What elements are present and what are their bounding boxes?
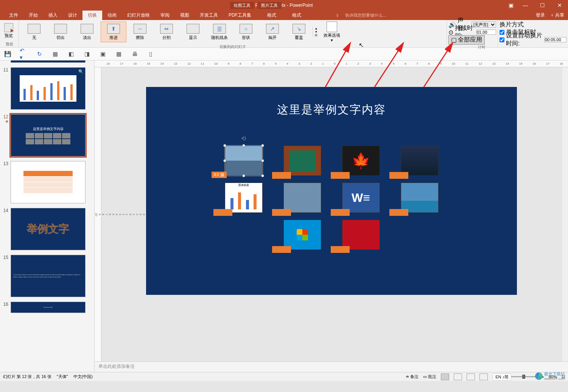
- zoom-icon: 🔍: [78, 69, 84, 74]
- thumbnail-13[interactable]: 13: [0, 160, 94, 204]
- ime-indicator[interactable]: EN ♪简: [493, 373, 511, 381]
- qat-icon-5[interactable]: ▦: [115, 50, 123, 58]
- slide-image-7[interactable]: W≡: [342, 183, 380, 213]
- menu-slideshow[interactable]: 幻灯片放映: [122, 11, 155, 20]
- qat-icon-print[interactable]: 🖶: [131, 50, 138, 58]
- menu-transitions[interactable]: 切换: [82, 11, 102, 20]
- transition-shape[interactable]: ○形状: [233, 22, 259, 42]
- menu-file[interactable]: 文件: [4, 11, 23, 20]
- effect-options-icon: [327, 22, 337, 32]
- thumbnail-15[interactable]: 15 Lorem ipsum dolor sit amet consectetu…: [0, 254, 94, 298]
- notes-pane[interactable]: 单击此处添加备注: [95, 361, 568, 372]
- slideshow-view-button[interactable]: [479, 373, 488, 380]
- auto-after-label: 设置自动换片时间:: [506, 32, 543, 48]
- preview-button[interactable]: 预览: [2, 23, 16, 39]
- slide-image-10[interactable]: [342, 220, 380, 250]
- menu-animations[interactable]: 动画: [102, 11, 122, 20]
- slide-image-9[interactable]: [283, 220, 321, 250]
- watermark-logo-icon: [535, 372, 543, 380]
- image-caption[interactable]: XX 摄: [212, 172, 227, 178]
- tell-me-search[interactable]: 告诉我您想要做什么...: [345, 12, 386, 18]
- transition-random-bars[interactable]: |||随机线条: [207, 22, 232, 42]
- contextual-tab-drawing[interactable]: 绘图工具: [230, 2, 254, 9]
- undo-button[interactable]: ↶ ▾: [20, 50, 27, 58]
- advance-label: 换片方式: [500, 21, 524, 28]
- language-indicator[interactable]: 中文(中国): [73, 374, 93, 380]
- transitions-gallery: 无 切出 淡出 ⬆推进 ↔擦除 ⇔分割 显示 |||随机线条 ○形状 ↗揭开 ↘…: [20, 21, 313, 43]
- slide-edit-area: 1817161514131211109876543210123456789101…: [95, 60, 568, 372]
- menu-format-picture[interactable]: 格式: [287, 11, 307, 20]
- slide-image-1-selected[interactable]: ⟲ XX 摄: [225, 146, 263, 176]
- gallery-more: ▲ ▼ ⊟: [313, 27, 319, 37]
- transition-reveal[interactable]: 显示: [180, 22, 206, 42]
- slide-thumbnails-panel[interactable]: 11 🔍 12✱ 这里是举例文字内容 13: [0, 60, 95, 372]
- notes-toggle[interactable]: ≐ 备注: [406, 374, 419, 380]
- minimize-button[interactable]: —: [517, 0, 534, 11]
- rotate-handle-icon[interactable]: ⟲: [241, 135, 246, 142]
- transition-push[interactable]: ⬆推进: [101, 22, 126, 42]
- qat-icon-4[interactable]: ▣: [99, 50, 107, 58]
- normal-view-button[interactable]: [441, 373, 449, 380]
- transition-none[interactable]: 无: [21, 22, 47, 42]
- menu-design[interactable]: 设计: [63, 11, 82, 20]
- gallery-up[interactable]: ▲: [313, 27, 319, 30]
- slide-image-6[interactable]: [283, 183, 321, 213]
- auto-after-checkbox[interactable]: [500, 37, 504, 42]
- thumbnail-14[interactable]: 14 举例文字: [0, 207, 94, 251]
- qat-icon-7[interactable]: ▯: [147, 50, 154, 58]
- redo-button[interactable]: ↻: [36, 50, 43, 58]
- reading-view-button[interactable]: [467, 373, 475, 380]
- menu-review[interactable]: 审阅: [155, 11, 175, 20]
- sound-select[interactable]: [无声音]: [472, 22, 496, 28]
- apply-to-all-button[interactable]: ▢ 全部应用: [448, 35, 485, 45]
- transition-cover[interactable]: ↘覆盖: [286, 22, 312, 42]
- menu-insert[interactable]: 插入: [43, 11, 63, 20]
- gallery-expand[interactable]: ⊟: [313, 34, 319, 37]
- slide-canvas[interactable]: 这里是举例文字内容 ⟲ XX 摄: [101, 67, 562, 361]
- save-button[interactable]: 💾: [4, 50, 11, 58]
- slide-image-2[interactable]: [283, 146, 321, 176]
- slide-image-8[interactable]: [401, 183, 439, 213]
- thumbnail-11[interactable]: 11 🔍: [0, 67, 94, 110]
- slide-image-4[interactable]: [401, 146, 439, 176]
- qat-icon-2[interactable]: ◧: [67, 50, 75, 58]
- slide-title[interactable]: 这里是举例文字内容: [146, 87, 517, 118]
- transition-cut[interactable]: 切出: [48, 22, 73, 42]
- slide-image-3[interactable]: 🍁: [342, 146, 380, 176]
- vertical-ruler[interactable]: 10987654321012345678910: [95, 67, 101, 361]
- menu-view[interactable]: 视图: [175, 11, 195, 20]
- thumbnail-10-partial[interactable]: [0, 62, 94, 64]
- transition-wipe[interactable]: ↔擦除: [127, 22, 153, 42]
- login-link[interactable]: 登录: [536, 12, 545, 19]
- slide[interactable]: 这里是举例文字内容 ⟲ XX 摄: [146, 87, 517, 295]
- transition-uncover[interactable]: ↗揭开: [260, 22, 285, 42]
- menu-developer[interactable]: 开发工具: [195, 11, 223, 20]
- auto-after-time[interactable]: [545, 37, 566, 42]
- transition-fade[interactable]: 淡出: [74, 22, 100, 42]
- duration-input[interactable]: [476, 29, 496, 35]
- qat-icon-1[interactable]: ▦: [51, 50, 59, 58]
- contextual-tab-picture[interactable]: 图片工具: [257, 2, 282, 9]
- main-area: 11 🔍 12✱ 这里是举例文字内容 13: [0, 60, 568, 372]
- close-button[interactable]: ✕: [551, 0, 568, 11]
- thumbnail-12[interactable]: 12✱ 这里是举例文字内容: [0, 113, 94, 157]
- horizontal-ruler[interactable]: 1817161514131211109876543210123456789101…: [95, 60, 568, 67]
- qat-icon-3[interactable]: ◨: [83, 50, 91, 58]
- ribbon-display-options[interactable]: ▣: [505, 0, 517, 11]
- watermark: 极光下载站www.xz7.com: [535, 371, 565, 381]
- vertical-scrollbar[interactable]: [562, 67, 568, 361]
- transition-split[interactable]: ⇔分割: [154, 22, 179, 42]
- share-button[interactable]: ♀ 共享: [551, 12, 564, 19]
- statusbar: 幻灯片 第 12 张，共 16 张 "天体" 中文(中国) ≐ 备注 ▭ 批注 …: [0, 372, 568, 381]
- menu-pdf[interactable]: PDF工具集: [223, 11, 257, 20]
- gallery-down[interactable]: ▼: [313, 30, 319, 34]
- sorter-view-button[interactable]: [454, 373, 462, 380]
- on-click-checkbox[interactable]: [500, 30, 504, 35]
- thumbnail-16[interactable]: 16 Lorem ipsum dolor: [0, 301, 94, 314]
- slide-image-5[interactable]: 图表标题: [225, 183, 263, 213]
- comments-toggle[interactable]: ▭ 批注: [423, 374, 436, 380]
- effect-options-button[interactable]: 效果选项▾: [322, 22, 341, 42]
- menu-format-drawing[interactable]: 格式: [262, 11, 282, 20]
- maximize-button[interactable]: ☐: [534, 0, 551, 11]
- menu-home[interactable]: 开始: [23, 11, 43, 20]
